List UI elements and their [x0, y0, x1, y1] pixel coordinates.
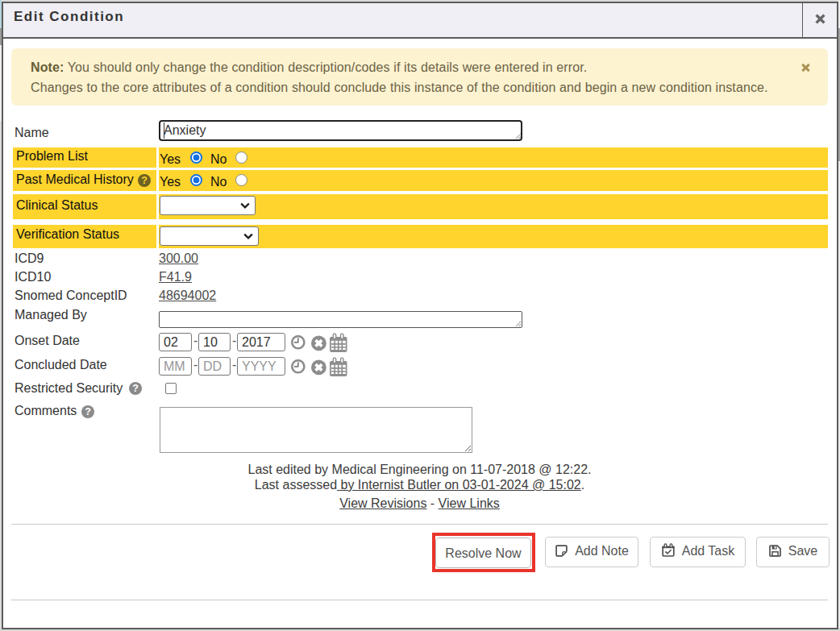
svg-text:?: ?: [132, 383, 139, 394]
svg-text:?: ?: [85, 406, 91, 417]
svg-text:?: ?: [141, 175, 148, 186]
